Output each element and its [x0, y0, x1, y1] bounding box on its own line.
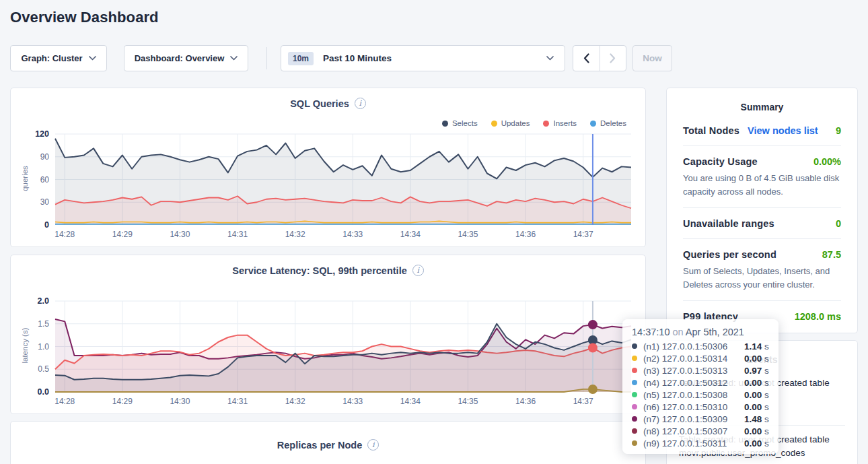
view-nodes-list-link[interactable]: View nodes list: [748, 125, 818, 136]
svg-text:2.0: 2.0: [38, 296, 49, 306]
summary-row-value: 9: [836, 125, 841, 136]
tooltip-node-value: 1.48 s: [744, 414, 769, 424]
summary-row-label: Capacity Usage: [683, 156, 758, 167]
now-button[interactable]: Now: [632, 45, 672, 71]
tooltip-node-value: 0.97 s: [744, 366, 769, 376]
tooltip-node-row: (n6) 127.0.0.1:503100.00 s: [632, 401, 769, 413]
svg-text:14:29: 14:29: [112, 397, 133, 406]
tooltip-node-address: (n6) 127.0.0.1:50310: [643, 402, 744, 412]
replicas-per-node-title: Replicas per Node: [277, 440, 363, 451]
graph-dropdown-label: Graph: Cluster: [21, 53, 82, 63]
info-icon[interactable]: i: [412, 265, 424, 276]
summary-row-label: Total Nodes: [683, 125, 739, 136]
svg-text:14:37: 14:37: [573, 230, 593, 239]
time-step-button-group: [573, 45, 626, 71]
svg-text:14:34: 14:34: [400, 397, 421, 406]
svg-text:14:31: 14:31: [227, 230, 248, 239]
time-range-picker[interactable]: 10m Past 10 Minutes: [281, 45, 565, 71]
tooltip-node-row: (n2) 127.0.0.1:503140.00 s: [632, 352, 769, 364]
tooltip-node-value: 0.00 s: [744, 426, 769, 436]
tooltip-node-address: (n7) 127.0.0.1:50309: [643, 414, 744, 424]
tooltip-node-row: (n8) 127.0.0.1:503070.00 s: [632, 425, 769, 437]
chevron-down-icon: [546, 56, 554, 61]
summary-row-value: 0: [836, 218, 841, 229]
summary-row: Queries per second87.5Sum of Selects, Up…: [683, 239, 841, 301]
svg-text:14:30: 14:30: [170, 230, 190, 239]
legend-item-deletes[interactable]: Deletes: [590, 119, 626, 127]
sql-queries-legend: SelectsUpdatesInsertsDeletes: [442, 119, 626, 127]
sql-queries-title: SQL Queries: [290, 98, 349, 109]
tooltip-node-value: 0.00 s: [744, 390, 769, 400]
legend-dot-icon: [590, 121, 596, 127]
summary-row-label: Unavailable ranges: [683, 218, 774, 229]
summary-row-subtext: You are using 0 B of 4.5 GiB usable disk…: [683, 172, 841, 198]
svg-text:14:35: 14:35: [458, 397, 478, 406]
svg-text:14:28: 14:28: [55, 230, 75, 239]
info-icon[interactable]: i: [367, 439, 379, 451]
legend-dot-icon: [442, 121, 448, 127]
legend-label: Inserts: [553, 119, 577, 127]
legend-label: Updates: [501, 119, 530, 127]
series-color-dot-icon: [632, 428, 637, 434]
toolbar-divider: [266, 47, 267, 69]
sql-queries-chart[interactable]: 030609012014:2814:2914:3014:3114:3214:33…: [11, 127, 645, 243]
replicas-per-node-panel: Replicas per Node i: [10, 421, 646, 464]
tooltip-node-value: 1.14 s: [744, 341, 769, 352]
dashboard-dropdown-label: Dashboard: Overview: [135, 53, 225, 63]
legend-dot-icon: [491, 121, 497, 127]
sql-queries-panel: SQL Queries i SelectsUpdatesInsertsDelet…: [10, 88, 646, 247]
tooltip-node-row: (n7) 127.0.0.1:503091.48 s: [632, 413, 769, 425]
tooltip-node-value: 0.00 s: [744, 354, 769, 364]
series-color-dot-icon: [632, 404, 637, 409]
time-prev-button[interactable]: [573, 46, 600, 71]
legend-item-updates[interactable]: Updates: [491, 119, 530, 127]
chevron-down-icon: [230, 56, 238, 61]
tooltip-timestamp: 14:37:10 on Apr 5th, 2021: [632, 327, 769, 337]
svg-text:1.5: 1.5: [38, 319, 49, 329]
chevron-down-icon: [89, 56, 96, 61]
graph-dropdown[interactable]: Graph: Cluster: [10, 45, 107, 71]
summary-row: Capacity Usage0.00%You are using 0 B of …: [683, 146, 841, 208]
tooltip-node-value: 0.00 s: [744, 378, 769, 388]
legend-item-inserts[interactable]: Inserts: [543, 119, 577, 127]
time-next-button[interactable]: [600, 46, 626, 71]
service-latency-chart[interactable]: 0.00.51.01.52.014:2814:2914:3014:3114:32…: [11, 294, 645, 410]
svg-text:14:31: 14:31: [227, 397, 248, 406]
svg-text:30: 30: [40, 197, 50, 207]
svg-text:14:33: 14:33: [342, 397, 363, 406]
series-color-dot-icon: [632, 392, 637, 397]
overview-dashboard-page: Overview Dashboard Graph: Cluster Dashbo…: [0, 0, 868, 464]
tooltip-node-row: (n1) 127.0.0.1:503061.14 s: [632, 340, 769, 352]
summary-row-value: 87.5: [822, 249, 841, 260]
svg-text:14:34: 14:34: [400, 230, 421, 239]
series-color-dot-icon: [632, 368, 637, 373]
svg-text:14:28: 14:28: [55, 397, 75, 406]
svg-text:0: 0: [44, 220, 49, 230]
summary-row-subtext: Sum of Selects, Updates, Inserts, and De…: [683, 265, 841, 291]
service-latency-title: Service Latency: SQL, 99th percentile: [232, 265, 407, 276]
tooltip-node-row: (n9) 127.0.0.1:503110.00 s: [632, 437, 769, 449]
tooltip-node-address: (n2) 127.0.0.1:50314: [643, 354, 744, 364]
tooltip-node-address: (n5) 127.0.0.1:50308: [643, 390, 744, 400]
chart-hover-tooltip: 14:37:10 on Apr 5th, 2021 (n1) 127.0.0.1…: [622, 319, 779, 454]
tooltip-node-address: (n8) 127.0.0.1:50307: [643, 426, 744, 436]
dashboard-dropdown[interactable]: Dashboard: Overview: [124, 45, 248, 71]
info-icon[interactable]: i: [355, 98, 366, 109]
svg-text:0.0: 0.0: [38, 387, 49, 397]
tooltip-node-value: 0.00 s: [744, 402, 769, 412]
series-color-dot-icon: [632, 416, 637, 422]
svg-text:120: 120: [35, 129, 49, 139]
tooltip-node-address: (n3) 127.0.0.1:50313: [643, 366, 744, 376]
svg-text:60: 60: [40, 175, 50, 185]
svg-text:14:35: 14:35: [458, 230, 478, 239]
svg-text:90: 90: [40, 152, 50, 162]
svg-text:14:33: 14:33: [342, 230, 363, 239]
tooltip-node-row: (n4) 127.0.0.1:503120.00 s: [632, 376, 769, 389]
series-color-dot-icon: [632, 356, 637, 361]
tooltip-node-row: (n5) 127.0.0.1:503080.00 s: [632, 389, 769, 401]
svg-text:14:36: 14:36: [515, 230, 536, 239]
time-range-badge: 10m: [288, 52, 314, 65]
tooltip-node-address: (n9) 127.0.0.1:50311: [643, 438, 744, 449]
legend-item-selects[interactable]: Selects: [442, 119, 478, 127]
svg-text:14:36: 14:36: [515, 397, 536, 406]
